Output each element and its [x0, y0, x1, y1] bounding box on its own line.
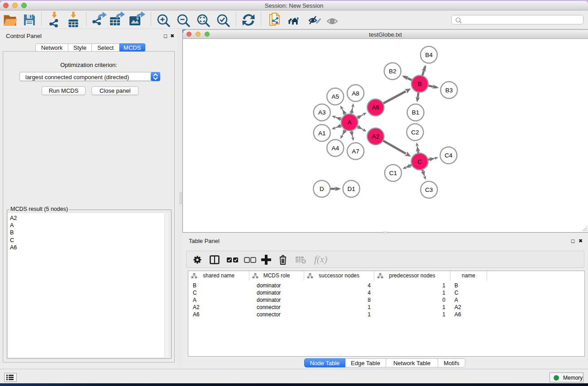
svg-text:B4: B4 — [425, 52, 433, 58]
svg-text:A5: A5 — [331, 93, 339, 100]
svg-text:C3: C3 — [425, 186, 433, 193]
svg-text:A4: A4 — [331, 145, 339, 152]
svg-text:C1: C1 — [389, 170, 397, 176]
svg-text:D: D — [320, 186, 324, 192]
svg-text:B1: B1 — [412, 109, 420, 116]
svg-text:D1: D1 — [347, 186, 355, 192]
svg-text:A: A — [348, 119, 352, 126]
svg-text:C2: C2 — [411, 129, 419, 136]
svg-text:A8: A8 — [352, 90, 359, 97]
svg-text:A6: A6 — [372, 104, 380, 111]
svg-text:C: C — [417, 158, 422, 165]
svg-text:A7: A7 — [352, 148, 359, 155]
svg-text:B2: B2 — [389, 68, 397, 75]
svg-text:A1: A1 — [318, 130, 326, 137]
svg-text:C4: C4 — [445, 152, 453, 159]
svg-text:A2: A2 — [372, 133, 380, 140]
svg-text:B: B — [418, 81, 422, 87]
svg-text:A3: A3 — [318, 109, 326, 116]
svg-text:B3: B3 — [445, 87, 453, 94]
